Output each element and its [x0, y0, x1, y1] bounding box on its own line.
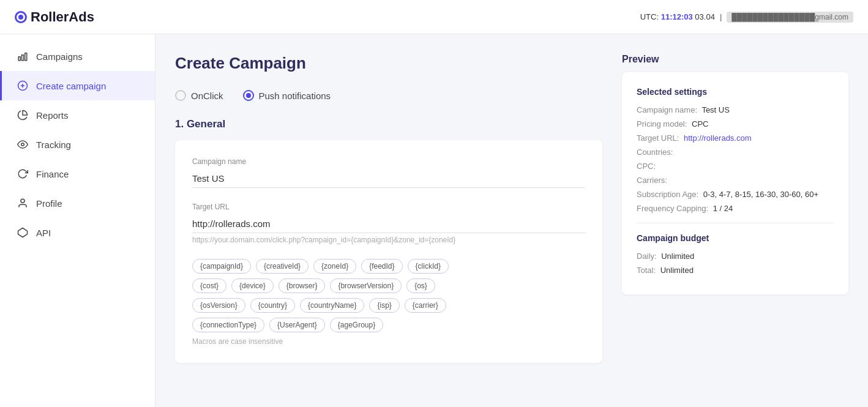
form-card: Campaign name Target URL https://your.do… — [175, 140, 602, 363]
preview-row-total: Total: Unlimited — [637, 266, 834, 275]
svg-rect-2 — [25, 53, 27, 61]
preview-budget-title: Campaign budget — [637, 233, 834, 243]
preview-label-carriers: Carriers: — [637, 176, 667, 185]
target-url-label: Target URL — [192, 203, 585, 211]
macro-tag-clickId[interactable]: {clickId} — [408, 259, 449, 274]
preview-row-cpc: CPC: — [637, 162, 834, 171]
hexagon-icon — [17, 226, 29, 239]
user-icon — [17, 197, 29, 209]
macro-tags: {campaignId} {creativeId} {zoneId} {feed… — [192, 259, 585, 274]
macro-tag-browser[interactable]: {browser} — [279, 278, 326, 293]
macro-tag-device[interactable]: {device} — [231, 278, 274, 293]
macro-tag-countryName[interactable]: {countryName} — [300, 298, 364, 313]
macro-tag-cost[interactable]: {cost} — [192, 278, 226, 293]
utc-label: UTC: 11:12:03 03.04 — [640, 12, 715, 21]
section-general-title: 1. General — [175, 118, 602, 130]
macro-tag-os[interactable]: {os} — [406, 278, 435, 293]
campaign-name-input[interactable] — [192, 170, 585, 188]
preview-label-total: Total: — [637, 266, 656, 275]
header-time-value: 11:12:03 — [661, 12, 693, 21]
preview-row-daily: Daily: Unlimited — [637, 252, 834, 261]
logo-icon — [15, 11, 27, 23]
eye-icon — [17, 138, 29, 151]
campaign-type-selector: OnClick Push notifications — [175, 90, 602, 101]
macro-tags-row4: {connectionType} {UserAgent} {ageGroup} — [192, 318, 585, 332]
sidebar-item-profile[interactable]: Profile — [0, 189, 155, 218]
sidebar-label-finance: Finance — [36, 169, 69, 179]
page-title: Create Campaign — [175, 54, 602, 73]
header-right: UTC: 11:12:03 03.04 | ████████████████gm… — [640, 12, 853, 23]
form-group-campaign-name: Campaign name — [192, 157, 585, 188]
preview-divider — [637, 223, 834, 223]
preview-value-campaign-name: Test US — [700, 105, 730, 114]
preview-value-pricing: CPC — [689, 119, 708, 129]
svg-marker-8 — [18, 228, 28, 237]
preview-label-daily: Daily: — [637, 252, 657, 261]
macro-tag-zoneId[interactable]: {zoneId} — [313, 259, 356, 274]
radio-onclick-circle — [175, 90, 186, 101]
preview-value-daily: Unlimited — [659, 252, 695, 261]
macro-note: Macros are case insensitive — [192, 337, 585, 346]
sidebar-label-campaigns: Campaigns — [36, 51, 83, 62]
macro-tag-isp[interactable]: {isp} — [369, 298, 399, 313]
macro-tag-country[interactable]: {country} — [250, 298, 295, 313]
sidebar-item-finance[interactable]: Finance — [0, 159, 155, 189]
url-hint: https://your.domain.com/click.php?campai… — [192, 236, 585, 244]
sidebar-label-reports: Reports — [36, 110, 69, 121]
sidebar: Campaigns Create campaign Reports Tracki… — [0, 34, 155, 407]
content-area: Create Campaign OnClick Push notificatio… — [175, 54, 602, 387]
preview-value-target-url: http://rollerads.com — [681, 133, 751, 143]
preview-row-carriers: Carriers: — [637, 176, 834, 185]
radio-push-notifications[interactable]: Push notifications — [243, 90, 331, 101]
macro-tag-feedId[interactable]: {feedId} — [361, 259, 402, 274]
sidebar-item-create-campaign[interactable]: Create campaign — [0, 71, 155, 100]
target-url-input[interactable] — [192, 215, 585, 233]
sidebar-label-create-campaign: Create campaign — [36, 81, 106, 91]
preview-value-subscription-age: 0-3, 4-7, 8-15, 16-30, 30-60, 60+ — [701, 190, 818, 199]
preview-label-campaign-name: Campaign name: — [637, 105, 697, 114]
macro-tag-carrier[interactable]: {carrier} — [405, 298, 446, 313]
macro-tag-UserAgent[interactable]: {UserAgent} — [269, 318, 325, 332]
sidebar-item-api[interactable]: API — [0, 218, 155, 247]
logo-text: RollerAds — [31, 9, 94, 25]
header-email: ████████████████gmail.com — [727, 12, 853, 23]
preview-row-countries: Countries: — [637, 147, 834, 157]
preview-label-frequency-capping: Frequency Capping: — [637, 204, 708, 213]
pie-chart-icon — [17, 109, 29, 121]
preview-title: Preview — [622, 54, 848, 65]
sidebar-item-reports[interactable]: Reports — [0, 100, 155, 130]
preview-value-total: Unlimited — [658, 266, 694, 275]
header-timezone: 03.04 — [695, 12, 715, 21]
preview-row-campaign-name: Campaign name: Test US — [637, 105, 834, 114]
sidebar-label-api: API — [36, 228, 51, 238]
preview-value-frequency-capping: 1 / 24 — [711, 204, 733, 213]
svg-rect-1 — [22, 55, 24, 61]
campaign-name-label: Campaign name — [192, 157, 585, 166]
svg-point-7 — [21, 199, 24, 203]
preview-panel: Preview Selected settings Campaign name:… — [622, 54, 848, 387]
radio-onclick[interactable]: OnClick — [175, 90, 223, 101]
macro-tag-campaignId[interactable]: {campaignId} — [192, 259, 251, 274]
macro-tag-creativeId[interactable]: {creativeId} — [256, 259, 309, 274]
svg-rect-0 — [18, 57, 20, 61]
plus-circle-icon — [17, 80, 29, 92]
sidebar-label-profile: Profile — [36, 198, 62, 209]
preview-row-frequency-capping: Frequency Capping: 1 / 24 — [637, 204, 834, 213]
macro-tag-connectionType[interactable]: {connectionType} — [192, 318, 264, 332]
sidebar-label-tracking: Tracking — [36, 140, 71, 150]
macro-tag-browserVersion[interactable]: {browserVersion} — [330, 278, 402, 293]
layout: Campaigns Create campaign Reports Tracki… — [0, 34, 868, 407]
logo: RollerAds — [15, 9, 94, 25]
preview-row-subscription-age: Subscription Age: 0-3, 4-7, 8-15, 16-30,… — [637, 190, 834, 199]
sidebar-item-tracking[interactable]: Tracking — [0, 130, 155, 159]
preview-selected-settings-title: Selected settings — [637, 87, 834, 97]
chart-bar-icon — [17, 50, 29, 62]
sidebar-item-campaigns[interactable]: Campaigns — [0, 42, 155, 71]
preview-label-cpc: CPC: — [637, 162, 656, 171]
preview-label-countries: Countries: — [637, 147, 673, 157]
macro-tag-ageGroup[interactable]: {ageGroup} — [330, 318, 383, 332]
svg-point-6 — [21, 143, 24, 146]
preview-label-target-url: Target URL: — [637, 133, 679, 143]
preview-row-target-url: Target URL: http://rollerads.com — [637, 133, 834, 143]
macro-tag-osVersion[interactable]: {osVersion} — [192, 298, 245, 313]
